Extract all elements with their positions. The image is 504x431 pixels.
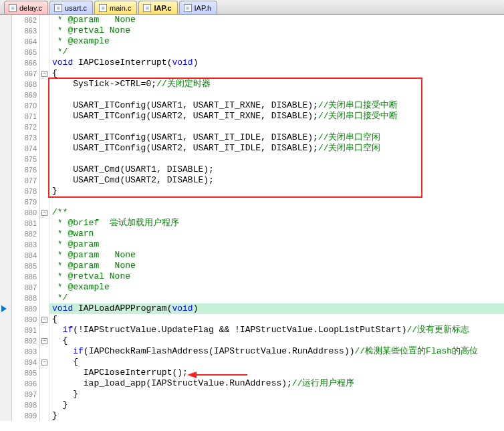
fold-gutter[interactable]: − — [40, 207, 49, 218]
code-line[interactable]: void IAPCloseInterrupt(void) — [49, 57, 504, 68]
breakpoint-gutter[interactable] — [0, 303, 12, 314]
breakpoint-gutter[interactable] — [0, 261, 12, 271]
breakpoint-gutter[interactable] — [0, 346, 12, 357]
breakpoint-gutter[interactable] — [0, 282, 12, 293]
code-line[interactable]: * @param None — [49, 250, 504, 261]
code-line[interactable]: USART_Cmd(USART1, DISABLE); — [49, 164, 504, 175]
code-line[interactable]: /** — [49, 207, 504, 218]
fold-gutter[interactable] — [40, 25, 49, 36]
fold-gutter[interactable] — [40, 368, 49, 378]
code-line[interactable]: * @example — [49, 282, 504, 293]
code-line[interactable]: * @brief 尝试加载用户程序 — [49, 218, 504, 229]
code-editor[interactable]: 862 * @param None863 * @retval None864 *… — [0, 15, 504, 431]
breakpoint-gutter[interactable] — [0, 15, 12, 25]
breakpoint-gutter[interactable] — [0, 389, 12, 400]
code-line[interactable] — [49, 196, 504, 207]
fold-gutter[interactable] — [40, 132, 49, 143]
fold-collapse-icon[interactable]: − — [41, 317, 47, 323]
code-line[interactable]: * @param — [49, 239, 504, 250]
code-line[interactable]: USART_ITConfig(USART1, USART_IT_RXNE, DI… — [49, 100, 504, 111]
code-line[interactable]: IAPCloseInterrupt(); — [49, 368, 504, 378]
fold-gutter[interactable] — [40, 111, 49, 122]
fold-gutter[interactable] — [40, 250, 49, 261]
breakpoint-gutter[interactable] — [0, 122, 12, 132]
code-line[interactable]: * @retval None — [49, 25, 504, 36]
breakpoint-gutter[interactable] — [0, 218, 12, 229]
fold-gutter[interactable] — [40, 36, 49, 47]
breakpoint-gutter[interactable] — [0, 229, 12, 239]
code-line[interactable]: USART_ITConfig(USART2, USART_IT_IDLE, DI… — [49, 143, 504, 154]
code-line[interactable]: if(!IAPStructValue.UpdateFlag && !IAPStr… — [49, 325, 504, 335]
breakpoint-gutter[interactable] — [0, 175, 12, 186]
breakpoint-gutter[interactable] — [0, 335, 12, 346]
tab-usart-c[interactable]: ≡usart.c — [49, 1, 93, 14]
code-line[interactable]: * @example — [49, 36, 504, 47]
breakpoint-gutter[interactable] — [0, 357, 12, 368]
fold-gutter[interactable] — [40, 239, 49, 250]
fold-gutter[interactable] — [40, 15, 49, 25]
fold-gutter[interactable] — [40, 303, 49, 314]
fold-gutter[interactable] — [40, 325, 49, 335]
fold-gutter[interactable] — [40, 346, 49, 357]
breakpoint-gutter[interactable] — [0, 154, 12, 164]
code-line[interactable]: * @param None — [49, 15, 504, 25]
fold-collapse-icon[interactable]: − — [41, 71, 47, 77]
code-line[interactable]: * @param None — [49, 261, 504, 271]
fold-gutter[interactable] — [40, 164, 49, 175]
tab-IAP-h[interactable]: ≡IAP.h — [179, 1, 218, 14]
breakpoint-gutter[interactable] — [0, 314, 12, 325]
breakpoint-gutter[interactable] — [0, 143, 12, 154]
fold-gutter[interactable] — [40, 282, 49, 293]
fold-gutter[interactable] — [40, 57, 49, 68]
fold-collapse-icon[interactable]: − — [41, 210, 47, 216]
fold-gutter[interactable]: − — [40, 314, 49, 325]
fold-gutter[interactable] — [40, 100, 49, 111]
breakpoint-gutter[interactable] — [0, 400, 12, 410]
code-line[interactable]: iap_load_app(IAPStructValue.RunAddress);… — [49, 378, 504, 389]
code-line[interactable]: USART_Cmd(USART2, DISABLE); — [49, 175, 504, 186]
code-line[interactable]: { — [49, 68, 504, 79]
fold-collapse-icon[interactable]: − — [41, 338, 47, 344]
breakpoint-gutter[interactable] — [0, 368, 12, 378]
code-line[interactable]: void IAPLoadAPPProgram(void) — [49, 303, 504, 314]
breakpoint-gutter[interactable] — [0, 25, 12, 36]
breakpoint-gutter[interactable] — [0, 271, 12, 282]
breakpoint-gutter[interactable] — [0, 196, 12, 207]
code-line[interactable]: */ — [49, 47, 504, 57]
tab-IAP-c[interactable]: ≡IAP.c — [138, 1, 177, 14]
code-line[interactable]: SysTick->CTRL=0;//关闭定时器 — [49, 79, 504, 90]
breakpoint-gutter[interactable] — [0, 378, 12, 389]
fold-gutter[interactable] — [40, 218, 49, 229]
fold-gutter[interactable] — [40, 293, 49, 303]
fold-gutter[interactable] — [40, 389, 49, 400]
fold-gutter[interactable] — [40, 261, 49, 271]
breakpoint-gutter[interactable] — [0, 132, 12, 143]
tab-delay-c[interactable]: ≡delay.c — [4, 1, 48, 14]
breakpoint-gutter[interactable] — [0, 410, 12, 421]
code-line[interactable]: { — [49, 335, 504, 346]
code-line[interactable] — [49, 122, 504, 132]
code-line[interactable]: } — [49, 410, 504, 421]
code-line[interactable]: } — [49, 186, 504, 196]
fold-gutter[interactable] — [40, 400, 49, 410]
breakpoint-gutter[interactable] — [0, 90, 12, 100]
code-line[interactable]: } — [49, 389, 504, 400]
code-line[interactable]: { — [49, 357, 504, 368]
fold-gutter[interactable] — [40, 229, 49, 239]
fold-gutter[interactable] — [40, 154, 49, 164]
code-line[interactable] — [49, 154, 504, 164]
fold-gutter[interactable] — [40, 79, 49, 90]
breakpoint-gutter[interactable] — [0, 164, 12, 175]
fold-gutter[interactable] — [40, 410, 49, 421]
fold-gutter[interactable] — [40, 271, 49, 282]
fold-gutter[interactable] — [40, 186, 49, 196]
code-line[interactable]: if(IAPCheckRamFlashAddress(IAPStructValu… — [49, 346, 504, 357]
code-line[interactable]: */ — [49, 293, 504, 303]
fold-gutter[interactable]: − — [40, 335, 49, 346]
breakpoint-gutter[interactable] — [0, 207, 12, 218]
code-line[interactable]: } — [49, 400, 504, 410]
fold-gutter[interactable] — [40, 143, 49, 154]
code-line[interactable]: USART_ITConfig(USART2, USART_IT_RXNE, DI… — [49, 111, 504, 122]
breakpoint-gutter[interactable] — [0, 36, 12, 47]
fold-gutter[interactable] — [40, 196, 49, 207]
